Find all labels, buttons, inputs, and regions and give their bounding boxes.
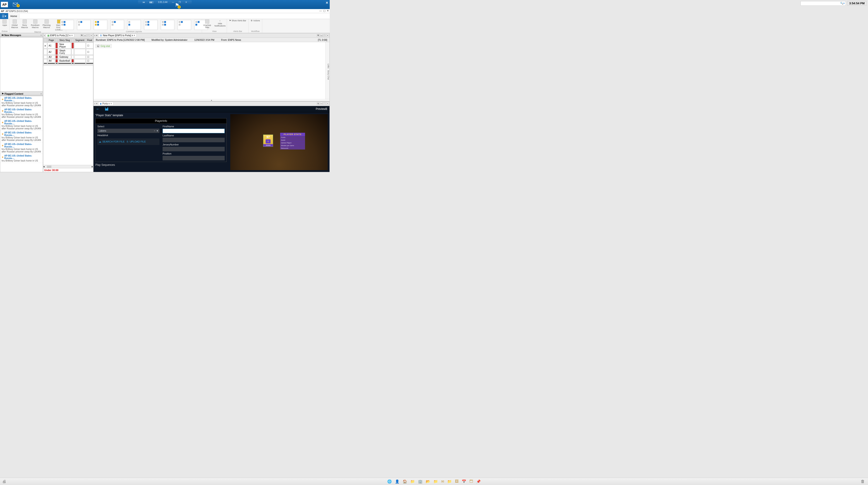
table-row[interactable]: A2Steph Curry☐: [44, 49, 99, 55]
min-icon[interactable]: ▭: [84, 34, 86, 37]
min-icon[interactable]: —: [172, 1, 174, 3]
story-chat-tab[interactable]: Story Chat: [327, 70, 330, 80]
popout-icon[interactable]: ⧉: [317, 102, 319, 105]
position-input[interactable]: [163, 156, 225, 160]
ap-logo: AP: [1, 2, 8, 7]
close-icon[interactable]: ✕: [185, 1, 187, 3]
horizontal-scrollbar[interactable]: ◂▸: [43, 165, 93, 168]
list-item[interactable]: ★AP-BC-US--United States-Russia-...hru B…: [0, 154, 43, 163]
layout-preset[interactable]: [127, 20, 141, 30]
play-icon: ▶: [97, 44, 100, 47]
menu-icon[interactable]: ≡: [132, 34, 133, 37]
close-icon[interactable]: ×: [90, 34, 93, 37]
search-file-button[interactable]: ☁SEARCH FOR FILE: [99, 140, 125, 143]
table-row[interactable]: [44, 63, 99, 64]
table-row[interactable]: A3Gateway☐: [44, 55, 99, 59]
menu-icon[interactable]: ≡: [69, 34, 71, 37]
team-select[interactable]: Lakers ×▾: [97, 129, 159, 133]
drag-handle[interactable]: [94, 99, 330, 101]
table-row[interactable]: [44, 64, 99, 65]
upload-file-button[interactable]: ⎘UPLOAD FILE: [127, 140, 146, 143]
lastname-input[interactable]: [163, 138, 225, 142]
tab-home[interactable]: Home: [8, 14, 20, 18]
layout-preset[interactable]: [94, 20, 107, 30]
flagged-header[interactable]: ⚑ Flagged Content ‹: [0, 92, 43, 96]
grid-icon: ▦: [47, 34, 50, 37]
menu-icon[interactable]: ≡: [108, 102, 110, 105]
table-row[interactable]: A4Basketball☐: [44, 59, 99, 63]
new-messages-panel: [0, 37, 43, 92]
clear-icon[interactable]: ×: [154, 129, 155, 132]
chevron-left-icon[interactable]: ‹: [41, 34, 41, 36]
ungroup-tabs-button[interactable]: Ungroup Tabs: [203, 20, 212, 29]
close-icon[interactable]: ×: [326, 34, 329, 37]
popout-icon[interactable]: ⧉: [317, 34, 319, 37]
global-macros-button[interactable]: Global Macros: [11, 20, 19, 29]
add-icon[interactable]: +: [96, 102, 97, 105]
save-icon[interactable]: [104, 107, 109, 111]
window-close-icon[interactable]: ✕: [327, 9, 329, 12]
min-icon[interactable]: ▭: [320, 34, 323, 37]
layout-preset[interactable]: [161, 20, 174, 30]
porta-tab[interactable]: ◆Porta≡×: [98, 102, 114, 105]
rundown-tab[interactable]: ▦ENPS to Porta [12≡×: [46, 34, 74, 37]
list-item[interactable]: ★AP-BC-US--United States-Russia-...hru B…: [0, 119, 43, 131]
links-tab[interactable]: Links: [327, 64, 330, 68]
max-icon[interactable]: □: [87, 34, 89, 37]
ribbon-tabs: ☰▾ Home 🔍▾ 3:54:54 PM: [0, 13, 330, 19]
close-icon[interactable]: ×: [134, 34, 135, 37]
mail-icon[interactable]: 0: [13, 3, 18, 6]
rewind-icon[interactable]: ⏮: [143, 1, 145, 3]
close-icon[interactable]: ×: [326, 102, 329, 105]
flag-badge: 0: [178, 5, 181, 9]
back-icon[interactable]: ‹: [44, 34, 45, 37]
jersey-input[interactable]: [163, 147, 225, 151]
max-icon[interactable]: □: [323, 102, 326, 105]
new-messages-header[interactable]: ✉ New Messages ‹: [0, 33, 43, 37]
min-icon[interactable]: ▭: [320, 102, 323, 105]
mail-icon: ✉: [2, 34, 4, 36]
lastname-label: LastName: [163, 134, 225, 137]
story-info-bar: Rundown: ENPS to Porta [12/9/2022 2:00 P…: [94, 38, 330, 42]
titlebar-close-icon[interactable]: ✕: [326, 1, 328, 4]
notification-flag-icon[interactable]: ⚑0: [175, 2, 179, 8]
chevron-down-icon[interactable]: ▾: [157, 129, 158, 132]
back-arrow-icon[interactable]: ←: [96, 107, 100, 112]
window-minimize-icon[interactable]: —: [319, 9, 322, 12]
list-item[interactable]: ★AP-BC-US--United States-Russia-...hru B…: [0, 96, 43, 108]
hide-notifications-button[interactable]: ‹Hide Notifications: [214, 20, 226, 27]
list-item[interactable]: ★AP-BC-US--United States-Russia-...hru B…: [0, 142, 43, 154]
list-item[interactable]: ★AP-BC-US--United States-Russia-...hru B…: [0, 108, 43, 119]
story-body[interactable]: ▶ Grig stat Links Story Chat: [94, 42, 330, 99]
hamburger-menu-icon[interactable]: ☰▾: [0, 13, 8, 19]
star-icon: ★: [2, 156, 4, 158]
close-icon[interactable]: ×: [71, 34, 73, 37]
table-row[interactable]: ▸A1New Player☐: [44, 42, 99, 49]
chevron-left-icon[interactable]: ‹: [41, 93, 41, 95]
layout-preset[interactable]: [144, 20, 158, 30]
layout-preset[interactable]: [60, 20, 74, 30]
grig-stat-chip[interactable]: ▶ Grig stat: [95, 44, 112, 48]
apps-button[interactable]: Apps: [2, 20, 7, 26]
layout-preset[interactable]: [178, 20, 191, 30]
max-icon[interactable]: □: [323, 34, 326, 37]
show-alerts-button[interactable]: ⚑Show Alerts Bar: [229, 20, 246, 22]
popout-icon[interactable]: ⧉: [81, 34, 83, 37]
layout-preset[interactable]: [111, 20, 124, 30]
planning-macros-button[interactable]: Planning Macros: [42, 20, 51, 29]
back-icon[interactable]: ‹: [94, 34, 95, 37]
back-icon[interactable]: ‹: [94, 102, 95, 105]
app-bar: AP AP ENPS (9.0.0.254) — ▢ ✕: [0, 9, 330, 13]
porta-tabstrip: ‹ + ◆Porta≡× ⧉▭□×: [94, 101, 330, 106]
story-tab[interactable]: 🗎New Player [ENPS to Porta]≡×: [98, 34, 136, 37]
story-side-tabs[interactable]: Links Story Chat: [326, 42, 330, 99]
list-item[interactable]: ★AP-BC-US--United States-Russia-...hru B…: [0, 131, 43, 142]
firstname-input[interactable]: [163, 129, 225, 133]
add-icon[interactable]: +: [96, 34, 97, 37]
actions-button[interactable]: ⚙Actions: [251, 20, 260, 22]
layout-preset[interactable]: [77, 20, 91, 30]
window-maximize-icon[interactable]: ▢: [323, 9, 326, 12]
rundown-macros-button[interactable]: Rundown Macros: [31, 20, 40, 29]
close-icon[interactable]: ×: [111, 102, 112, 105]
story-macros-button[interactable]: Story Macros: [21, 20, 29, 29]
